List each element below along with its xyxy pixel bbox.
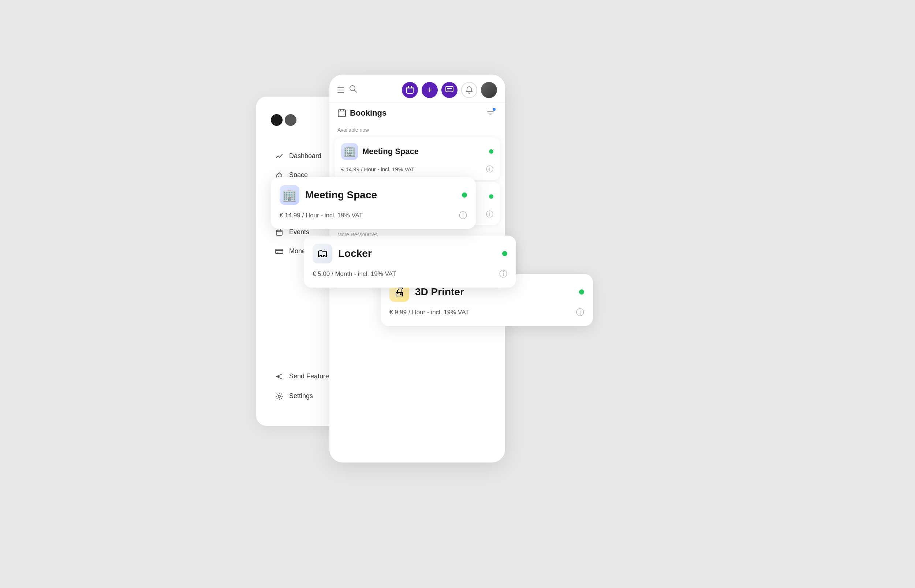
locker-info-icon[interactable]: ⓘ: [486, 209, 493, 219]
float-printer-name: 3D Printer: [415, 286, 464, 298]
notification-button[interactable]: [461, 82, 477, 98]
float-resource-row-locker: 🗂 Locker: [312, 244, 507, 263]
float-printer-info-icon[interactable]: ⓘ: [576, 307, 584, 318]
bookings-page-title: Bookings: [350, 108, 386, 118]
filter-badge: [493, 108, 496, 111]
float-locker-info-icon[interactable]: ⓘ: [499, 268, 507, 279]
available-now-label: Available now: [330, 123, 505, 135]
hamburger-icon[interactable]: [338, 87, 344, 92]
float-price-row-locker: € 5.00 / Month - incl. 19% VAT ⓘ: [312, 268, 507, 279]
events-icon: [275, 228, 283, 236]
bookings-calendar-icon: [338, 109, 346, 118]
svg-rect-11: [276, 249, 283, 254]
svg-rect-24: [446, 86, 453, 92]
meeting-space-name: Meeting Space: [362, 147, 419, 156]
float-printer-price: € 9.99 / Hour - incl. 19% VAT: [390, 309, 469, 316]
svg-rect-7: [276, 230, 282, 235]
meeting-space-info-icon[interactable]: ⓘ: [486, 164, 493, 174]
chat-action-button[interactable]: [441, 82, 457, 98]
float-locker-name: Locker: [338, 248, 372, 259]
svg-rect-27: [338, 110, 346, 117]
resource-row-meeting: 🏢 Meeting Space: [341, 143, 493, 160]
bookings-title-row: Bookings: [338, 108, 386, 118]
avatar-image: [481, 82, 497, 98]
float-price-row-meeting: € 14.99 / Hour - incl. 19% VAT ⓘ: [280, 210, 467, 221]
add-action-button[interactable]: +: [422, 82, 438, 98]
float-meeting-info-icon[interactable]: ⓘ: [459, 210, 467, 221]
sidebar-label-dashboard: Dashboard: [289, 152, 321, 160]
locker-status: [489, 194, 493, 199]
svg-rect-20: [407, 87, 413, 93]
send-icon: [275, 373, 283, 381]
float-locker-icon: 🗂: [312, 244, 332, 263]
floating-card-locker[interactable]: 🗂 Locker € 5.00 / Month - incl. 19% VAT …: [304, 236, 516, 288]
float-resource-row-meeting: 🏢 Meeting Space: [280, 185, 467, 205]
svg-line-15: [276, 376, 282, 379]
main-scene: Dashboard Space: [256, 74, 659, 514]
resource-card-meeting-space[interactable]: 🏢 Meeting Space € 14.99 / Hour - incl. 1…: [335, 137, 500, 180]
svg-point-17: [278, 395, 280, 397]
meeting-space-status: [489, 149, 493, 153]
svg-rect-13: [277, 252, 278, 252]
card-icon: [275, 247, 283, 255]
float-printer-status: [579, 289, 584, 294]
filter-button[interactable]: [484, 107, 497, 120]
svg-line-14: [276, 374, 282, 376]
sidebar-label-events: Events: [289, 228, 309, 236]
float-price-row-printer: € 9.99 / Hour - incl. 19% VAT ⓘ: [390, 307, 584, 318]
resource-name-row-meeting: 🏢 Meeting Space: [341, 143, 419, 160]
header-left: [338, 85, 357, 95]
search-button[interactable]: [349, 85, 357, 95]
float-meeting-status: [462, 192, 467, 197]
user-avatar[interactable]: [481, 82, 497, 98]
float-meeting-icon: 🏢: [280, 185, 299, 205]
logo-dot-1: [271, 114, 283, 126]
float-meeting-name: Meeting Space: [305, 189, 377, 201]
meeting-space-price: € 14.99 / Hour - incl. 19% VAT: [341, 166, 414, 172]
svg-line-19: [355, 90, 357, 92]
bookings-header: Bookings: [330, 102, 505, 123]
float-locker-status: [502, 251, 507, 256]
logo-dot-2: [285, 114, 296, 126]
sidebar-label-settings: Settings: [289, 392, 313, 400]
resource-price-row-meeting: € 14.99 / Hour - incl. 19% VAT ⓘ: [341, 164, 493, 174]
gear-icon: [275, 392, 283, 400]
float-name-row-locker: 🗂 Locker: [312, 244, 372, 263]
calendar-action-button[interactable]: [402, 82, 418, 98]
header-actions: +: [402, 82, 497, 98]
float-meeting-price: € 14.99 / Hour - incl. 19% VAT: [280, 212, 363, 219]
mobile-header: +: [330, 74, 505, 102]
chart-icon: [275, 152, 283, 160]
float-locker-price: € 5.00 / Month - incl. 19% VAT: [312, 270, 396, 278]
float-name-row-meeting: 🏢 Meeting Space: [280, 185, 377, 205]
meeting-space-icon: 🏢: [341, 143, 358, 160]
floating-card-meeting-space[interactable]: 🏢 Meeting Space € 14.99 / Hour - incl. 1…: [271, 177, 476, 229]
